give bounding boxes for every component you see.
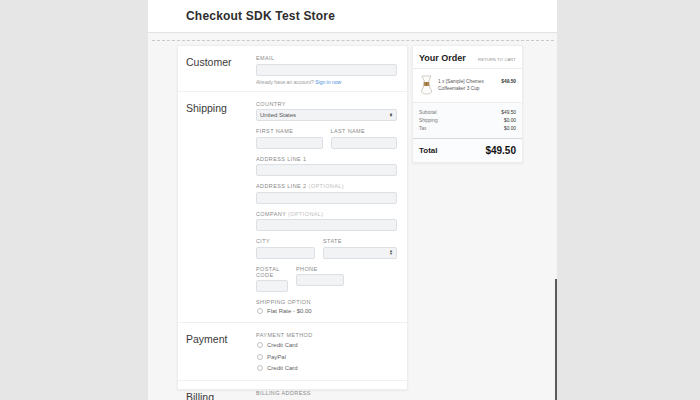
phone-label: PHONE	[296, 266, 344, 272]
order-summary-header: Your Order RETURN TO CART	[413, 46, 522, 69]
browser-viewport: Checkout SDK Test Store Customer EMAIL A…	[0, 0, 700, 400]
last-name-input[interactable]	[331, 137, 398, 149]
address-line-1-label: ADDRESS LINE 1	[256, 156, 397, 162]
payment-method-label: PAYMENT METHOD	[256, 332, 397, 338]
payment-radio[interactable]	[257, 354, 263, 360]
billing-heading: Billing	[186, 390, 256, 400]
company-input[interactable]	[256, 219, 397, 231]
subtotal-row: Subtotal $49.50	[419, 110, 516, 115]
company-label: COMPANY (OPTIONAL)	[256, 211, 397, 217]
order-item-row: 1 x [Sample] Chemex Coffeemaker 3 Cup $4…	[413, 69, 522, 102]
shipping-option-label: SHIPPING OPTION	[256, 299, 397, 305]
city-input[interactable]	[256, 247, 315, 259]
checkout-page: Checkout SDK Test Store Customer EMAIL A…	[148, 0, 557, 400]
shipping-option-radio[interactable]	[257, 308, 263, 314]
shipping-option-radio-row[interactable]: Flat Rate - $0.00	[257, 308, 397, 314]
grand-total-value: $49.50	[485, 145, 516, 156]
shipping-option-text: Flat Rate - $0.00	[267, 308, 312, 314]
first-name-input[interactable]	[256, 137, 323, 149]
order-item-price: $49.50	[501, 79, 516, 84]
site-header: Checkout SDK Test Store	[148, 0, 557, 33]
country-select[interactable]: United States ▲▼	[256, 109, 397, 121]
select-arrows-icon: ▲▼	[389, 113, 393, 117]
shipping-total-row: Shipping $0.00	[419, 118, 516, 123]
payment-option-paypal[interactable]: PayPal	[257, 354, 397, 360]
address-line-2-optional: (OPTIONAL)	[308, 183, 343, 189]
signin-prompt: Already have an account? Sign in now	[256, 79, 397, 85]
payment-option-credit-card-2[interactable]: Credit Card	[257, 365, 397, 371]
order-summary-card: Your Order RETURN TO CART 1 x [Sample] C…	[412, 45, 523, 163]
city-label: CITY	[256, 238, 315, 244]
last-name-label: LAST NAME	[331, 128, 398, 134]
content-dashed-divider	[152, 40, 554, 41]
grand-total-row: Total $49.50	[413, 138, 522, 162]
tax-row: Tax $0.00	[419, 126, 516, 131]
checkout-form-card: Customer EMAIL Already have an account? …	[177, 45, 408, 390]
payment-heading: Payment	[186, 332, 256, 377]
order-item-name: 1 x [Sample] Chemex Coffeemaker 3 Cup	[438, 78, 497, 92]
address-line-2-input[interactable]	[256, 192, 397, 204]
product-thumbnail-coffeemaker	[419, 75, 434, 95]
billing-section: Billing BILLING ADDRESS Same as shipping…	[178, 381, 407, 400]
billing-address-label: BILLING ADDRESS	[256, 390, 397, 396]
payment-radio[interactable]	[257, 365, 263, 371]
phone-input[interactable]	[296, 274, 344, 286]
state-label: STATE	[323, 238, 397, 244]
return-to-cart-link[interactable]: RETURN TO CART	[478, 57, 516, 62]
signin-link[interactable]: Sign in now	[315, 79, 341, 85]
order-totals: Subtotal $49.50 Shipping $0.00 Tax $0.00	[413, 102, 522, 138]
payment-radio[interactable]	[257, 342, 263, 348]
grand-total-label: Total	[419, 146, 438, 155]
country-selected-value: United States	[260, 112, 296, 118]
scrollbar-thumb[interactable]	[555, 279, 557, 400]
postal-code-input[interactable]	[256, 280, 288, 292]
page-title: Checkout SDK Test Store	[186, 9, 335, 23]
email-input[interactable]	[256, 64, 397, 76]
shipping-section: Shipping COUNTRY United States ▲▼ FIRST …	[178, 92, 407, 324]
address-line-2-label: ADDRESS LINE 2 (OPTIONAL)	[256, 183, 397, 189]
address-line-1-input[interactable]	[256, 164, 397, 176]
postal-code-label: POSTAL CODE	[256, 266, 288, 278]
customer-section: Customer EMAIL Already have an account? …	[178, 46, 407, 92]
email-label: EMAIL	[256, 55, 397, 61]
state-select[interactable]: ▲▼	[323, 247, 397, 259]
payment-section: Payment PAYMENT METHOD Credit Card PayPa…	[178, 323, 407, 381]
select-arrows-icon: ▲▼	[389, 250, 393, 254]
company-optional: (OPTIONAL)	[288, 211, 323, 217]
payment-option-credit-card-1[interactable]: Credit Card	[257, 342, 397, 348]
order-summary-title: Your Order	[419, 53, 466, 63]
customer-heading: Customer	[186, 55, 256, 85]
shipping-heading: Shipping	[186, 101, 256, 320]
first-name-label: FIRST NAME	[256, 128, 323, 134]
country-label: COUNTRY	[256, 101, 397, 107]
